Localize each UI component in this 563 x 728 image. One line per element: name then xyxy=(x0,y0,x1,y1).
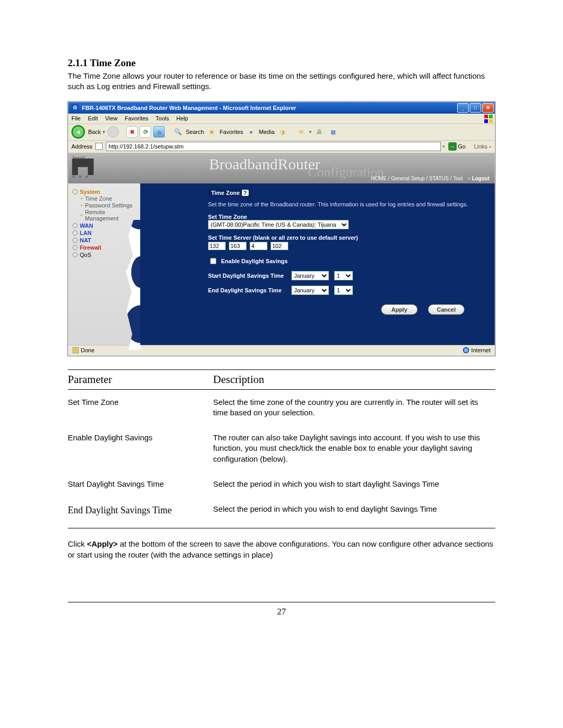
enable-dst-checkbox[interactable] xyxy=(210,258,216,264)
crumb-general[interactable]: General Setup xyxy=(391,176,425,181)
breadcrumb: HOME / General Setup / STATUS / Tool ○ L… xyxy=(371,176,489,181)
mail-icon[interactable] xyxy=(296,126,307,138)
router-page: level ▛▜ o n e BroadbandRouter Configura… xyxy=(68,153,495,345)
sidebar-item-wan[interactable]: WAN xyxy=(72,223,137,229)
search-label[interactable]: Search xyxy=(186,129,204,135)
menu-edit[interactable]: Edit xyxy=(88,115,98,121)
col-parameter: Parameter xyxy=(68,369,213,389)
home-button[interactable]: ⌂ xyxy=(153,126,165,138)
links-label[interactable]: Links » xyxy=(474,143,492,150)
start-dst-label: Start Daylight Savings Time xyxy=(208,273,286,279)
desc-cell: Select the time zone of the country you … xyxy=(213,389,495,425)
ie-toolbar: ◄ Back ▾ ✖ ⟳ ⌂ Search ★ Favorites Media … xyxy=(68,124,495,141)
nts-octet-4[interactable] xyxy=(271,242,288,250)
status-done: Done xyxy=(81,347,94,353)
param-cell: Enable Daylight Savings xyxy=(68,425,213,472)
closing-paragraph: Click <Apply> at the bottom of the scree… xyxy=(68,539,495,560)
brand-text: BroadbandRouter xyxy=(209,155,320,173)
sidebar-item-qos[interactable]: QoS xyxy=(72,252,137,258)
maximize-button[interactable]: □ xyxy=(470,103,481,113)
menu-help[interactable]: Help xyxy=(176,115,188,121)
favorites-label[interactable]: Favorites xyxy=(219,129,243,135)
menu-file[interactable]: File xyxy=(71,115,81,121)
start-dst-month[interactable]: January xyxy=(291,271,329,280)
back-button[interactable]: ◄ xyxy=(71,125,85,139)
favorites-icon[interactable]: ★ xyxy=(206,126,217,138)
logout-link[interactable]: Logout xyxy=(472,176,489,181)
menu-tools[interactable]: Tools xyxy=(156,115,169,121)
done-icon xyxy=(72,347,79,353)
col-description: Description xyxy=(213,369,495,389)
search-icon[interactable] xyxy=(172,126,183,138)
sidebar-item-firewall[interactable]: Firewall xyxy=(72,244,137,251)
sidebar-item-nat[interactable]: NAT xyxy=(72,237,137,243)
ie-icon xyxy=(71,104,79,112)
desc-cell: Select the period in which you wish to s… xyxy=(213,472,495,497)
crumb-home[interactable]: HOME xyxy=(371,176,387,181)
internet-zone-icon xyxy=(463,347,469,353)
enable-dst-label: Enable Daylight Savings xyxy=(221,258,288,264)
minimize-button[interactable]: _ xyxy=(457,103,469,113)
param-cell: Set Time Zone xyxy=(68,389,213,425)
table-row: Enable Daylight Savings The router can a… xyxy=(68,425,495,472)
go-button[interactable]: →Go xyxy=(448,142,466,151)
cancel-button[interactable]: Cancel xyxy=(428,304,464,315)
edit-icon[interactable] xyxy=(327,126,339,138)
sidebar-item-system[interactable]: System xyxy=(72,189,137,195)
media-icon[interactable] xyxy=(246,126,257,138)
nts-octet-1[interactable] xyxy=(208,242,226,250)
url-input[interactable] xyxy=(106,142,440,151)
apply-button[interactable]: Apply xyxy=(381,304,418,315)
history-icon[interactable] xyxy=(277,126,288,138)
ie-window: FBR-1406TX Broadband Router Web Manageme… xyxy=(68,102,495,356)
url-dropdown-icon[interactable]: ▾ xyxy=(443,144,445,149)
end-dst-label: End Daylight Savings Time xyxy=(208,287,286,293)
desc-cell: Select the period in which you wish to e… xyxy=(213,497,495,528)
ie-addressbar: Address ▾ →Go Links » xyxy=(68,141,495,153)
sidebar-sub-remote[interactable]: ▸Remote Management xyxy=(81,209,137,221)
media-label[interactable]: Media xyxy=(259,129,275,135)
router-header: level ▛▜ o n e BroadbandRouter Configura… xyxy=(68,153,495,183)
panel-title: Time Zone? xyxy=(208,189,252,197)
param-cell: Start Daylight Savings Time xyxy=(68,472,213,497)
forward-button[interactable] xyxy=(107,126,119,138)
crumb-status[interactable]: STATUS xyxy=(429,176,449,181)
close-button[interactable]: ✕ xyxy=(482,103,494,113)
print-icon[interactable] xyxy=(314,126,325,138)
desc-cell: The router can also take Daylight saving… xyxy=(213,425,495,472)
footer-rule xyxy=(68,602,495,602)
start-dst-day[interactable]: 1 xyxy=(334,271,353,280)
window-title: FBR-1406TX Broadband Router Web Manageme… xyxy=(82,105,454,111)
intro-paragraph: The Time Zone allows your router to refe… xyxy=(68,71,495,92)
panel-desc: Set the time zone of the Broadband route… xyxy=(208,201,485,207)
timezone-select[interactable]: (GMT-08:00)Pacific Time (US & Canada); T… xyxy=(208,220,349,229)
refresh-button[interactable]: ⟳ xyxy=(140,126,151,138)
ie-menubar: File Edit View Favorites Tools Help xyxy=(68,114,495,124)
param-table: Parameter Description Set Time Zone Sele… xyxy=(68,369,495,529)
timeserver-label: Set Time Server (blank or all zero to us… xyxy=(208,235,485,241)
back-label[interactable]: Back xyxy=(88,129,101,135)
page-number: 27 xyxy=(68,607,495,617)
stop-button[interactable]: ✖ xyxy=(126,126,138,138)
nts-octet-2[interactable] xyxy=(229,242,247,250)
menu-view[interactable]: View xyxy=(105,115,118,121)
levelone-logo: level ▛▜ o n e xyxy=(72,155,97,180)
address-label: Address xyxy=(71,143,92,150)
end-dst-day[interactable]: 1 xyxy=(334,286,353,295)
sidebar-sub-password[interactable]: ▸Password Settings xyxy=(81,202,137,208)
menu-favorites[interactable]: Favorites xyxy=(125,115,148,121)
section-heading: 2.1.1 Time Zone xyxy=(68,57,495,69)
help-icon[interactable]: ? xyxy=(242,190,249,196)
sidebar-item-lan[interactable]: LAN xyxy=(72,230,137,236)
page-icon xyxy=(95,143,103,150)
sidebar-sub-timezone[interactable]: ▸Time Zone xyxy=(81,195,137,202)
table-row: Start Daylight Savings Time Select the p… xyxy=(68,472,495,497)
end-dst-month[interactable]: January xyxy=(291,286,329,295)
nts-octet-3[interactable] xyxy=(250,242,267,250)
router-main: Time Zone? Set the time zone of the Broa… xyxy=(140,183,495,345)
ie-titlebar: FBR-1406TX Broadband Router Web Manageme… xyxy=(68,102,495,114)
table-row: End Daylight Savings Time Select the per… xyxy=(68,497,495,528)
crumb-tool[interactable]: Tool xyxy=(453,176,462,181)
set-timezone-label: Set Time Zone xyxy=(208,214,485,220)
table-row: Set Time Zone Select the time zone of th… xyxy=(68,389,495,425)
